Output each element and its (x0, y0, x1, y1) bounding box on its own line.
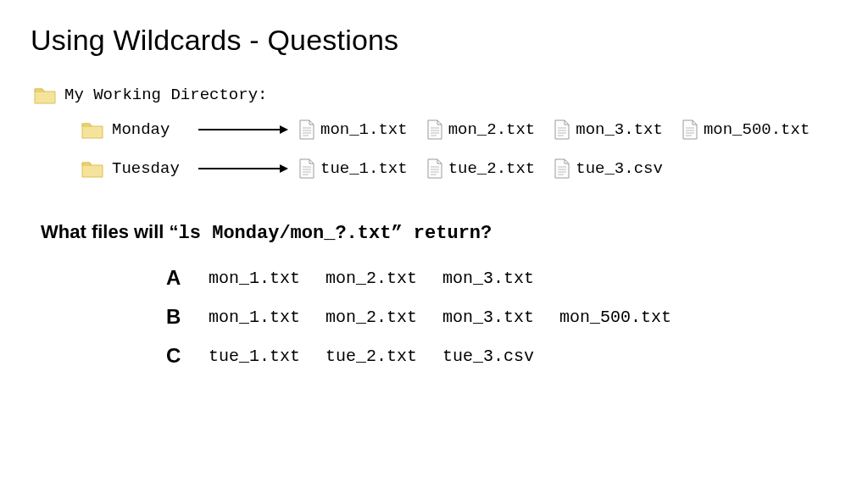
question-suffix: ” return? (391, 223, 492, 244)
directory-header: My Working Directory: (34, 86, 837, 104)
answer-files: mon_1.txt mon_2.txt mon_3.txt (209, 269, 534, 288)
answer-label: C (166, 344, 186, 368)
arrow-icon (197, 163, 290, 175)
file-icon (682, 119, 698, 140)
folder-name: Tuesday (112, 159, 188, 178)
answer-files: mon_1.txt mon_2.txt mon_3.txt mon_500.tx… (209, 308, 671, 327)
file-item: mon_500.txt (682, 119, 810, 140)
slide-title: Using Wildcards - Questions (31, 24, 837, 57)
file-item: mon_1.txt (298, 119, 408, 140)
file-icon (298, 119, 315, 140)
file-name: mon_3.txt (576, 120, 663, 139)
file-name: tue_3.csv (576, 159, 663, 178)
answer-c: C tue_1.txt tue_2.txt tue_3.csv (166, 344, 837, 368)
file-name: mon_2.txt (448, 120, 536, 139)
answer-file: mon_2.txt (326, 269, 417, 288)
answer-file: mon_3.txt (442, 308, 534, 327)
answer-label: B (166, 305, 186, 329)
file-item: tue_3.csv (554, 158, 663, 179)
svg-marker-1 (280, 125, 288, 134)
answers: A mon_1.txt mon_2.txt mon_3.txt B mon_1.… (166, 266, 837, 368)
answer-file: tue_1.txt (209, 347, 300, 366)
answer-file: mon_3.txt (442, 269, 534, 288)
answer-file: mon_2.txt (326, 308, 417, 327)
answer-a: A mon_1.txt mon_2.txt mon_3.txt (166, 266, 837, 290)
file-name: tue_2.txt (448, 159, 536, 178)
answer-label: A (166, 266, 186, 290)
file-name: mon_1.txt (320, 120, 408, 139)
answer-file: tue_3.csv (442, 347, 534, 366)
file-item: mon_3.txt (554, 119, 663, 140)
file-icon (426, 158, 443, 179)
question-text: What files will “ls Monday/mon_?.txt” re… (41, 221, 837, 244)
question-prefix: What files will “ (41, 221, 179, 242)
answer-file: mon_1.txt (209, 269, 300, 288)
folder-files: mon_1.txt mon_2.txt mon_3.txt (298, 119, 810, 140)
arrow-icon (197, 124, 290, 136)
folder-files: tue_1.txt tue_2.txt tue_3.csv (298, 158, 663, 179)
file-item: mon_2.txt (426, 119, 536, 140)
file-item: tue_1.txt (298, 158, 408, 179)
file-icon (554, 158, 570, 179)
question-command: ls Monday/mon_?.txt (179, 223, 392, 244)
slide: Using Wildcards - Questions My Working D… (0, 0, 868, 488)
file-name: mon_500.txt (704, 120, 810, 139)
subfolders: Monday mon_1.txt (81, 116, 837, 182)
question-block: What files will “ls Monday/mon_?.txt” re… (41, 221, 837, 368)
file-item: tue_2.txt (426, 158, 536, 179)
directory-label: My Working Directory: (64, 86, 267, 104)
answer-files: tue_1.txt tue_2.txt tue_3.csv (209, 347, 534, 366)
answer-file: tue_2.txt (326, 347, 417, 366)
folder-name: Monday (112, 120, 188, 139)
svg-marker-19 (280, 164, 288, 173)
answer-file: mon_1.txt (209, 308, 300, 327)
file-icon (298, 158, 315, 179)
answer-file: mon_500.txt (559, 308, 671, 327)
folder-icon (81, 159, 103, 178)
folder-row-monday: Monday mon_1.txt (81, 116, 837, 143)
file-name: tue_1.txt (320, 159, 408, 178)
folder-icon (81, 120, 103, 139)
answer-b: B mon_1.txt mon_2.txt mon_3.txt mon_500.… (166, 305, 837, 329)
directory-block: My Working Directory: Monday (34, 86, 837, 182)
file-icon (426, 119, 443, 140)
file-icon (554, 119, 570, 140)
folder-row-tuesday: Tuesday tue_1.txt (81, 155, 837, 182)
folder-icon (34, 86, 56, 104)
